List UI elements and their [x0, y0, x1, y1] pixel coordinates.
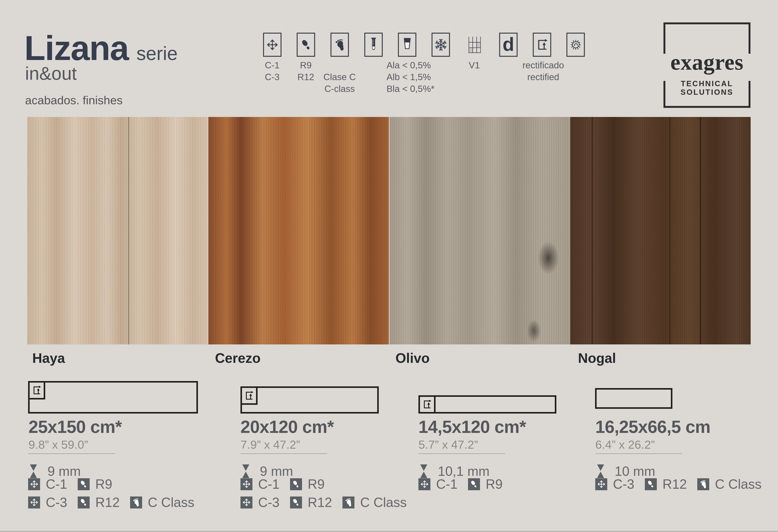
spec-row: C-3 R12 C Class — [595, 476, 762, 492]
spec-row: C-1 R9 — [418, 476, 502, 492]
badge-label-alb: Alb < 1,5% — [387, 72, 431, 82]
badge-label-r12: R12 — [298, 72, 314, 82]
brand-logo: exagres TECHNICAL SOLUTIONS — [664, 22, 751, 108]
spec-item: C-1 — [418, 476, 458, 492]
absorption-cup-icon — [398, 33, 416, 57]
expansion-move-icon — [595, 478, 607, 490]
rectified-corner-icon — [28, 381, 45, 400]
spec-item: C-3 — [28, 495, 67, 510]
spec-row: C-1 R9 — [28, 476, 112, 492]
spec-label: R9 — [95, 476, 112, 492]
barefoot-icon — [697, 478, 709, 490]
d-mark-icon: d — [499, 33, 518, 57]
shoe-print-icon — [78, 497, 90, 509]
badge-label-r9: R9 — [300, 60, 312, 71]
logo-tagline: TECHNICAL SOLUTIONS — [664, 79, 751, 96]
swatch-image-olivo — [390, 117, 570, 344]
shoe-print-icon — [290, 497, 302, 509]
divider-rule — [418, 453, 505, 454]
logo-border-right-top — [749, 22, 751, 54]
barefoot-icon — [342, 497, 355, 509]
divider-rule — [595, 453, 682, 454]
expansion-move-icon — [28, 497, 40, 509]
spec-label: R9 — [486, 476, 502, 492]
badge-label-rectified: rectified — [527, 72, 559, 82]
spec-row: C-3 R12 C Class — [240, 495, 407, 510]
spec-label: C-1 — [46, 476, 67, 492]
logo-border-top — [664, 22, 751, 24]
swatch-image-haya — [27, 117, 208, 344]
divider-rule — [28, 453, 115, 454]
logo-border-left-top — [664, 22, 666, 54]
size-cm: 20x120 cm* — [240, 417, 334, 437]
shoe-print-icon — [290, 478, 302, 490]
finish-name: Haya — [32, 350, 65, 366]
tile-format-outline — [595, 388, 673, 409]
snowflake-icon — [432, 33, 450, 57]
size-cm: 14,5x120 cm* — [418, 417, 526, 437]
spec-row: C-3 R12 C Class — [28, 495, 194, 510]
size-inches: 9.8” x 59.0” — [28, 438, 88, 451]
shoe-print-icon — [468, 478, 480, 490]
finish-name: Cerezo — [215, 350, 260, 366]
badge-label-v1: V1 — [469, 60, 480, 71]
spec-item: C Class — [130, 495, 194, 510]
finishes-label: acabados. finishes — [25, 93, 123, 107]
badge-label-ala: Ala < 0,5% — [387, 60, 431, 71]
spec-item: R9 — [290, 476, 325, 492]
shoe-print-icon — [78, 478, 90, 490]
spec-item: C Class — [342, 495, 407, 510]
series-suffix: serie — [136, 43, 178, 64]
tile-format-outline — [28, 381, 198, 414]
spec-item: C-1 — [240, 476, 280, 492]
spec-item: R12 — [78, 495, 120, 510]
finish-name: Olivo — [395, 350, 430, 366]
expansion-move-icon — [418, 478, 431, 490]
badge-label-clase-c: Clase C — [323, 72, 356, 82]
spec-label: C-3 — [613, 476, 634, 492]
expansion-move-icon — [240, 497, 252, 509]
spec-label: R12 — [95, 495, 120, 510]
logo-border-bottom — [664, 106, 751, 108]
rectified-corner-icon — [240, 386, 257, 405]
size-inches: 5.7” x 47.2” — [418, 438, 478, 451]
swatch-image-nogal — [570, 117, 751, 344]
tile-format-outline — [240, 386, 379, 414]
spec-label: C-3 — [46, 495, 67, 510]
spec-label: R12 — [663, 476, 687, 492]
badge-label-c3: C-3 — [265, 72, 280, 82]
rectified-edge-icon — [533, 33, 551, 57]
thickness-hourglass-icon — [419, 464, 429, 478]
spec-label: C-3 — [258, 495, 280, 510]
badge-label-c1: C-1 — [265, 60, 280, 71]
barefoot-icon — [130, 497, 142, 509]
spec-label: C-1 — [436, 476, 458, 492]
spec-row: C-1 R9 — [240, 476, 325, 492]
expansion-move-icon — [240, 478, 252, 490]
size-cm: 16,25x66,5 cm — [595, 417, 710, 437]
size-cm: 25x150 cm* — [28, 417, 122, 437]
divider-rule — [240, 453, 327, 454]
finish-name: Nogal — [578, 350, 616, 366]
spec-label: R12 — [308, 495, 332, 510]
page-bottom-edge — [0, 531, 778, 532]
shoe-print-icon — [645, 478, 657, 490]
expansion-move-icon — [263, 33, 282, 57]
spec-label: C Class — [715, 476, 762, 492]
spec-item: C-3 — [595, 476, 634, 492]
shade-variation-grid-icon — [465, 33, 484, 57]
spec-label: R9 — [308, 476, 325, 492]
spec-label: C Class — [148, 495, 194, 510]
series-name: Lizana — [24, 29, 129, 67]
test-tube-icon — [364, 33, 383, 57]
spec-item: R12 — [645, 476, 687, 492]
thickness-hourglass-icon — [596, 464, 606, 478]
size-inches: 6.4” x 26.2” — [595, 438, 655, 451]
antibacterial-microbe-icon — [566, 33, 585, 57]
spec-item: C Class — [697, 476, 762, 492]
thickness-hourglass-icon — [241, 464, 251, 478]
spec-label: C Class — [360, 495, 407, 510]
logo-brand-name: exagres — [664, 50, 751, 75]
spec-item: C-3 — [240, 495, 280, 510]
thickness-hourglass-icon — [28, 464, 38, 478]
